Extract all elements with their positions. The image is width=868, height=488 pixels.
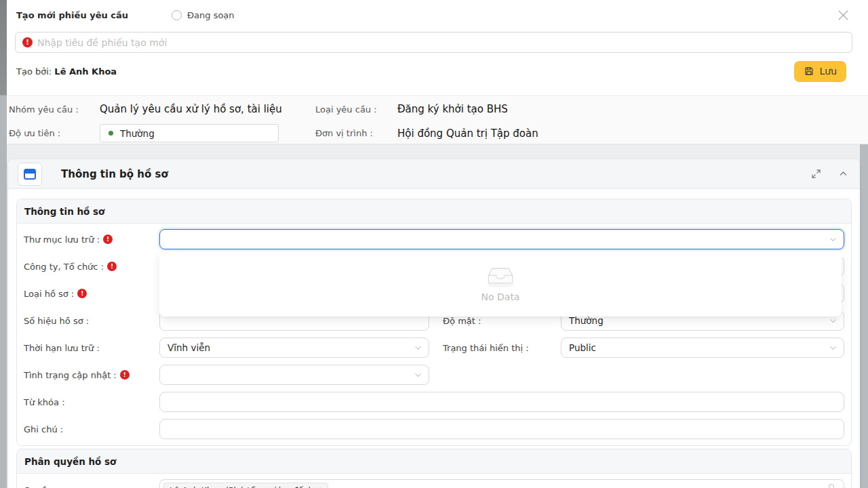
tag-remove-icon[interactable]: × (315, 485, 322, 488)
retention-label: Thời hạn lưu trữ : (24, 343, 100, 353)
submit-unit-value: Hội đồng Quản trị Tập đoàn (397, 127, 861, 140)
expand-arrows-icon[interactable] (808, 167, 823, 182)
created-by-name: Lê Anh Khoa (54, 66, 117, 77)
form-row-retention: Thời hạn lưu trữ : Vĩnh viễn Trạng thái … (24, 338, 844, 358)
required-exclamation-icon: ! (120, 370, 130, 380)
required-exclamation-icon: ! (22, 37, 33, 47)
display-status-label: Trạng thái hiển thị : (429, 343, 561, 353)
archive-box-icon (23, 167, 37, 181)
drawer-body: Thông tin bộ hồ sơ Thông tin hồ sơ (7, 144, 868, 488)
storage-folder-label: Thư mục lưu trữ : (24, 235, 100, 245)
owner-tag: Lê Anh Khoa (Phó tổng giám đốc) × (163, 483, 328, 488)
ticket-title-input[interactable] (37, 37, 845, 48)
submit-unit-label: Đơn vị trình : (315, 128, 397, 138)
form-row-update-status: Tình trạng cập nhật : ! (24, 365, 844, 385)
modal-backdrop (0, 0, 7, 488)
priority-status-dot-icon (108, 131, 113, 136)
owner-select[interactable]: Lê Anh Khoa (Phó tổng giám đốc) × (159, 479, 844, 488)
ticket-title-field[interactable]: ! (15, 32, 852, 53)
collapse-chevron-up-icon[interactable] (835, 167, 850, 182)
drawer-header: Tạo mới phiếu yêu cầu Đang soạn ! Tạo bở… (7, 0, 868, 95)
panel-title: Thông tin bộ hồ sơ (61, 168, 168, 180)
required-exclamation-icon: ! (77, 289, 87, 298)
create-request-drawer: Tạo mới phiếu yêu cầu Đang soạn ! Tạo bở… (7, 0, 868, 488)
priority-select[interactable]: Thường (100, 124, 279, 142)
request-group-value: Quản lý yêu cầu xử lý hồ sơ, tài liệu (100, 103, 315, 115)
storage-folder-dropdown: No Data (159, 251, 842, 317)
panel-header: Thông tin bộ hồ sơ (8, 159, 860, 189)
keywords-input[interactable] (159, 392, 844, 412)
request-type-value: Đăng ký khởi tạo BHS (397, 103, 861, 115)
record-number-label: Số hiệu hồ sơ : (24, 316, 89, 326)
retention-select[interactable]: Vĩnh viễn (159, 338, 429, 358)
form-row-owner: Quyền owner : Lê Anh Khoa (Phó tổng giám… (24, 479, 844, 488)
notes-input[interactable] (159, 419, 844, 439)
chevron-down-icon (414, 344, 422, 352)
dossier-info-panel: Thông tin bộ hồ sơ Thông tin hồ sơ (8, 159, 860, 488)
empty-inbox-icon (483, 266, 518, 287)
owner-tag-label: Lê Anh Khoa (Phó tổng giám đốc) (170, 485, 311, 488)
request-group-label: Nhóm yêu cầu : (9, 104, 100, 115)
chevron-down-icon (414, 371, 422, 379)
priority-label: Độ ưu tiên : (9, 128, 100, 138)
required-exclamation-icon: ! (107, 262, 117, 271)
created-by-label: Tạo bởi: (16, 66, 52, 77)
created-by-text: Tạo bởi: Lê Anh Khoa (16, 66, 117, 77)
update-status-label: Tình trạng cập nhật : (24, 370, 117, 380)
chevron-down-icon (829, 317, 837, 325)
keywords-label: Từ khóa : (24, 397, 65, 407)
form-row-notes: Ghi chú : (24, 419, 844, 439)
display-status-select[interactable]: Public (561, 338, 844, 358)
radio-unchecked-icon[interactable] (172, 10, 182, 20)
permission-card-title: Phân quyền hồ sơ (17, 449, 851, 474)
save-button-label: Lưu (819, 66, 837, 77)
search-icon (829, 484, 834, 488)
owner-label: Quyền owner : (24, 485, 88, 488)
record-type-label: Loại hồ sơ : (24, 289, 74, 299)
permission-card: Phân quyền hồ sơ Quyền owner : Lê Anh Kh… (16, 449, 852, 488)
status-radio-dang-soan[interactable]: Đang soạn (172, 10, 235, 20)
save-floppy-icon (804, 66, 814, 77)
chevron-down-icon (829, 344, 837, 352)
close-icon[interactable] (835, 7, 850, 22)
notes-label: Ghi chú : (24, 424, 63, 434)
request-summary-bar: Nhóm yêu cầu : Quản lý yêu cầu xử lý hồ … (7, 95, 868, 144)
drawer-title: Tạo mới phiếu yêu cầu (16, 10, 128, 20)
panel-icon-box (18, 163, 42, 186)
no-data-text: No Data (481, 291, 520, 302)
update-status-select[interactable] (159, 365, 429, 385)
record-info-card-title: Thông tin hồ sơ (17, 199, 851, 224)
storage-folder-select[interactable] (159, 229, 844, 249)
required-exclamation-icon: ! (103, 235, 113, 244)
scrollbar-track[interactable] (860, 144, 868, 488)
priority-value: Thường (120, 128, 155, 139)
request-type-label: Loại yêu cầu : (315, 104, 397, 115)
confidentiality-label: Độ mật : (429, 316, 561, 326)
chevron-down-icon (829, 236, 837, 243)
status-radio-label: Đang soạn (187, 10, 235, 20)
form-row-storage-folder: Thư mục lưu trữ : ! (24, 229, 844, 249)
record-info-card: Thông tin hồ sơ Thư mục lưu trữ : ! (16, 199, 852, 446)
save-button[interactable]: Lưu (794, 61, 846, 82)
form-row-keywords: Từ khóa : (24, 392, 844, 412)
company-label: Công ty, Tổ chức : (24, 262, 104, 272)
